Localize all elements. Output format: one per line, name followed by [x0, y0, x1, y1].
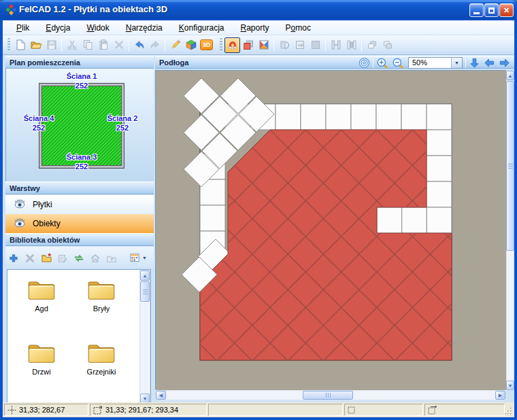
canvas-hscrollbar-thumb[interactable] [303, 391, 353, 400]
canvas-scroll-left-icon[interactable]: ◀ [156, 391, 166, 400]
toolbar-separator [61, 38, 62, 52]
folder-label: Agd [16, 304, 67, 313]
properties-icon [57, 253, 68, 264]
window-title: FelCAD 1.2 - Płytki na obiektach 3D [19, 4, 167, 14]
distribute-2-button[interactable] [344, 37, 359, 53]
toolbar-separator [325, 38, 326, 52]
combobox-dropdown-icon[interactable]: ▼ [451, 58, 462, 68]
floor-header-tools: 50% ▼ [358, 56, 510, 69]
cascade-back-button[interactable] [380, 37, 395, 53]
library-scrollbar-thumb[interactable] [140, 281, 150, 302]
room-plan-preview[interactable]: Ściana 1 252 Ściana 2 252 Ściana 3 252 Ś… [5, 69, 154, 181]
cut-button[interactable] [64, 37, 80, 53]
minimize-button[interactable] [469, 3, 484, 17]
menu-widok[interactable]: Widok [78, 21, 117, 35]
canvas-scroll-right-icon[interactable]: ▶ [495, 391, 505, 400]
new-document-button[interactable] [12, 37, 28, 53]
redo-button[interactable] [147, 37, 163, 53]
delete-button[interactable] [111, 37, 127, 53]
menu-narzedzia[interactable]: Narzędzia [118, 21, 171, 35]
fill-texture-button[interactable] [307, 37, 323, 53]
status-tool-panel-2 [424, 404, 505, 416]
home-icon [90, 253, 101, 264]
view-3d-icon: 3D [200, 39, 214, 50]
library-refresh-button[interactable] [71, 250, 87, 266]
toolbar-grip[interactable] [220, 38, 222, 52]
canvas-scroll-up-icon[interactable]: ▲ [506, 71, 514, 80]
cascade-front-button[interactable] [364, 37, 380, 53]
menu-plik[interactable]: Plik [8, 21, 37, 35]
folder-label: Grzejniki [76, 368, 127, 376]
library-home-button[interactable] [87, 250, 103, 266]
open-folder-icon [30, 39, 42, 51]
edit-pencil-button[interactable] [167, 37, 183, 53]
library-properties-button[interactable] [54, 250, 71, 266]
cube-3d-button[interactable] [183, 37, 199, 53]
tile-overlap-icon [242, 39, 254, 51]
quad-view-icon [258, 39, 270, 51]
zoom-out-button[interactable] [392, 57, 404, 69]
undo-icon [133, 39, 146, 51]
folder-item-drzwi[interactable]: Drzwi [16, 340, 67, 376]
folder-label: Drzwi [16, 368, 67, 376]
delete-icon [113, 39, 125, 51]
folder-item-agd[interactable]: Agd [16, 277, 67, 313]
folder-item-bryly[interactable]: Bryły [76, 277, 127, 313]
close-button[interactable]: ✕ [499, 3, 514, 17]
paste-button[interactable] [95, 37, 111, 53]
library-scroll-up-icon[interactable]: ▲ [140, 270, 150, 281]
library-folder-up-button[interactable] [103, 250, 120, 266]
eye-icon[interactable] [14, 199, 26, 211]
tile-overlap-button[interactable] [240, 37, 256, 53]
zoom-level-value: 50% [412, 58, 427, 67]
zoom-out-icon [392, 57, 404, 69]
red-tile-grout-lines [200, 130, 452, 360]
copy-button[interactable] [80, 37, 95, 53]
eye-icon[interactable] [14, 218, 26, 230]
arrow-down-icon [469, 57, 480, 69]
distribute-1-button[interactable] [328, 37, 344, 53]
floor-canvas[interactable] [155, 70, 506, 389]
save-button[interactable] [44, 37, 59, 53]
wall-4-length: 252 [10, 124, 67, 132]
quad-view-button[interactable] [256, 37, 271, 53]
library-delete-button[interactable] [22, 250, 38, 266]
menu-konfiguracja[interactable]: Konfiguracja [171, 21, 233, 35]
cube-3d-icon [185, 39, 197, 51]
menu-pomoc[interactable]: Pomoc [278, 21, 319, 35]
library-view-mode-button[interactable]: ▼ [127, 250, 150, 266]
toolbar-grip[interactable] [7, 38, 10, 52]
open-button[interactable] [28, 37, 44, 53]
pan-down-button[interactable] [469, 57, 480, 69]
zoom-level-combobox[interactable]: 50% ▼ [408, 57, 463, 69]
view-3d-button[interactable]: 3D [199, 37, 214, 53]
new-document-icon [14, 39, 27, 51]
pan-right-button[interactable] [499, 57, 510, 69]
magnet-snap-button[interactable] [224, 37, 240, 53]
selection-rect-icon [93, 406, 103, 415]
undo-button[interactable] [131, 37, 147, 53]
wall-1-length: 252 [39, 82, 124, 90]
pan-left-button[interactable] [484, 57, 495, 69]
wall-2-length: 252 [94, 124, 151, 132]
layer-row-obiekty[interactable]: Obiekty [5, 214, 154, 233]
menu-raporty[interactable]: Raporty [233, 21, 278, 35]
rotate-object-button[interactable] [276, 37, 292, 53]
toolbar-separator [273, 38, 274, 52]
rotate-object-icon [278, 39, 290, 51]
folder-item-grzejniki[interactable]: Grzejniki [76, 340, 127, 376]
menu-edycja[interactable]: Edycja [37, 21, 78, 35]
zoom-in-button[interactable] [376, 57, 388, 69]
canvas-vscrollbar-thumb[interactable] [506, 81, 514, 251]
library-add-button[interactable] [5, 250, 22, 266]
maximize-button[interactable] [484, 3, 499, 17]
layer-row-plytki[interactable]: Płytki [5, 195, 154, 214]
rotate-frame-button[interactable] [292, 37, 307, 53]
library-folder-list[interactable]: Agd Bryły Drzwi Grzejniki ▲ ▼ [7, 269, 151, 405]
arrow-right-icon [499, 57, 510, 69]
fit-view-button[interactable] [358, 57, 370, 69]
library-new-folder-button[interactable] [38, 250, 54, 266]
window-resize-grip[interactable] [504, 406, 513, 415]
canvas-scroll-down-icon[interactable]: ▼ [506, 381, 514, 390]
title-bar[interactable]: FelCAD 1.2 - Płytki na obiektach 3D ✕ [0, 0, 517, 20]
